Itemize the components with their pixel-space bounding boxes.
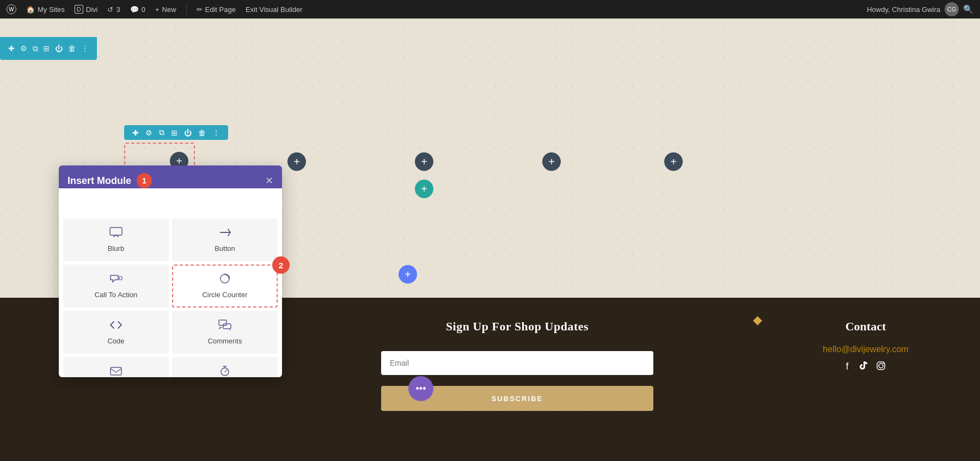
wp-logo[interactable]: W <box>7 4 16 14</box>
module-item-button[interactable]: Button <box>172 218 278 261</box>
module-item-countdown-timer[interactable]: Countdown Timer <box>172 357 278 377</box>
close-panel-btn[interactable]: ✕ <box>265 176 273 186</box>
module-grid: Blurb Button <box>59 214 282 377</box>
svg-text:W: W <box>9 7 14 13</box>
separator <box>186 4 187 15</box>
signup-heading: Sign Up For Shop Updates <box>446 319 589 334</box>
svg-rect-5 <box>119 276 122 280</box>
add-module-btn-green[interactable]: + <box>415 180 433 198</box>
row-grid-icon[interactable]: ⊞ <box>168 128 180 137</box>
row-toggle-icon[interactable]: ⏻ <box>181 128 194 137</box>
module-item-blurb[interactable]: Blurb <box>63 218 169 261</box>
add-module-btn-5[interactable]: + <box>664 152 683 171</box>
panel-header: Insert Module 1 ✕ <box>59 165 282 188</box>
panel-tabs: New Module Add From Library <box>59 195 282 214</box>
svg-point-15 <box>879 364 883 368</box>
svg-rect-2 <box>110 228 122 235</box>
circle-counter-icon <box>218 273 231 287</box>
panel-title: Insert Module <box>68 175 131 187</box>
divi-logo: D <box>75 5 83 14</box>
module-toolbar: ✚ ⚙ ⧉ ⊞ ⏻ 🗑 ⋮ <box>0 37 97 60</box>
email-input[interactable] <box>381 351 653 375</box>
contact-email[interactable]: hello@divijewelry.com <box>823 345 908 354</box>
toggle-icon[interactable]: ⏻ <box>55 44 63 53</box>
row-move-icon[interactable]: ✚ <box>130 128 142 137</box>
call-to-action-label: Call To Action <box>95 291 138 299</box>
my-sites-menu[interactable]: 🏠 My Sites <box>26 5 65 14</box>
comments-icon <box>218 319 231 334</box>
comments-label: Comments <box>208 337 242 345</box>
svg-rect-9 <box>111 367 121 375</box>
svg-line-12 <box>225 370 227 372</box>
circle-counter-label: Circle Counter <box>202 291 247 299</box>
footer-right: ◆ Contact hello@divijewelry.com f <box>751 319 980 373</box>
call-to-action-icon <box>109 273 122 287</box>
pencil-icon: ✏ <box>197 5 203 14</box>
code-label: Code <box>107 337 124 345</box>
insert-module-panel: Insert Module 1 ✕ New Module Add From Li… <box>59 165 282 377</box>
add-module-btn-2[interactable]: + <box>287 152 306 171</box>
diamond-icon: ◆ <box>753 313 762 327</box>
more-icon[interactable]: ⋮ <box>81 44 89 53</box>
module-item-circle-counter[interactable]: Circle Counter <box>172 265 278 308</box>
module-item-code[interactable]: Code <box>63 311 169 354</box>
edit-page-btn[interactable]: ✏ Edit Page <box>197 5 236 14</box>
row-more-icon[interactable]: ⋮ <box>210 128 223 137</box>
footer-center: Sign Up For Shop Updates SUBSCRIBE <box>283 319 751 411</box>
canvas: ✚ ⚙ ⧉ ⊞ ⏻ 🗑 ⋮ ✚ ⚙ ⧉ ⊞ ⏻ 🗑 ⋮ + + + + + + … <box>0 19 980 461</box>
svg-rect-8 <box>223 324 231 329</box>
row-trash-icon[interactable]: 🗑 <box>195 128 209 137</box>
button-label: Button <box>215 244 235 253</box>
module-item-contact-form[interactable]: Contact Form <box>63 357 169 377</box>
settings-icon[interactable]: ⚙ <box>20 44 27 53</box>
module-item-comments[interactable]: Comments <box>172 311 278 354</box>
countdown-timer-icon <box>218 366 231 377</box>
new-menu[interactable]: + New <box>155 5 176 14</box>
blurb-icon <box>109 227 122 241</box>
trash-icon[interactable]: 🗑 <box>68 44 76 53</box>
avatar: CG <box>945 2 959 16</box>
module-item-call-to-action[interactable]: Call To Action <box>63 265 169 308</box>
home-icon: 🏠 <box>26 5 35 14</box>
row-duplicate-icon[interactable]: ⧉ <box>156 128 167 137</box>
tab-new-module[interactable]: New Module <box>59 195 127 214</box>
admin-bar-right: Howdy, Christina Gwira CG 🔍 <box>867 2 973 16</box>
revisions-menu[interactable]: ↺ 3 <box>107 5 120 14</box>
svg-point-16 <box>883 363 884 364</box>
code-icon <box>109 319 122 334</box>
add-module-btn-4[interactable]: + <box>542 152 561 171</box>
facebook-icon[interactable]: f <box>846 361 848 373</box>
panel-title-row: Insert Module 1 <box>68 173 152 188</box>
svg-rect-7 <box>219 320 226 325</box>
svg-marker-4 <box>111 275 118 282</box>
tab-add-from-library[interactable]: Add From Library <box>127 195 212 214</box>
tiktok-icon[interactable] <box>857 361 867 373</box>
grid-icon[interactable]: ⊞ <box>43 44 50 53</box>
duplicate-icon[interactable]: ⧉ <box>33 44 38 53</box>
divi-menu[interactable]: D Divi <box>75 5 98 14</box>
blurb-label: Blurb <box>108 244 124 253</box>
comments-menu[interactable]: 💬 0 <box>130 5 145 14</box>
step2-indicator: 2 <box>272 256 290 274</box>
add-row-btn[interactable]: + <box>399 265 417 284</box>
revisions-icon: ↺ <box>107 5 113 14</box>
row-settings-icon[interactable]: ⚙ <box>143 128 155 137</box>
row-toolbar: ✚ ⚙ ⧉ ⊞ ⏻ 🗑 ⋮ <box>124 125 228 140</box>
exit-builder-btn[interactable]: Exit Visual Builder <box>246 5 303 14</box>
admin-bar: W 🏠 My Sites D Divi ↺ 3 💬 0 + New ✏ Edit… <box>0 0 980 19</box>
contact-form-icon <box>109 366 122 377</box>
step1-badge: 1 <box>137 173 152 188</box>
more-options-btn[interactable]: ••• <box>408 376 433 401</box>
move-icon[interactable]: ✚ <box>8 44 15 53</box>
instagram-icon[interactable] <box>876 361 886 373</box>
greeting-text: Howdy, Christina Gwira <box>867 5 940 14</box>
button-icon <box>218 227 231 241</box>
comment-icon: 💬 <box>130 5 139 14</box>
add-module-btn-3[interactable]: + <box>415 152 433 171</box>
contact-heading: Contact <box>846 319 886 334</box>
search-icon[interactable]: 🔍 <box>963 4 973 14</box>
email-input-wrap <box>381 351 653 375</box>
social-icons: f <box>846 361 885 373</box>
